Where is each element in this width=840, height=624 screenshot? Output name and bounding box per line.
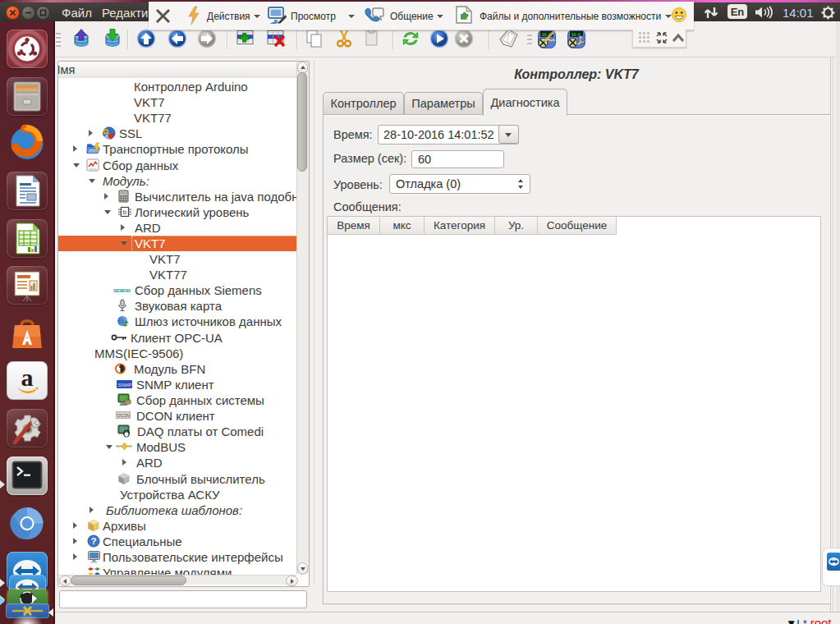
svg-text:b: b (123, 209, 127, 216)
svg-text:DCON: DCON (117, 413, 130, 418)
svg-text:a: a (21, 364, 34, 391)
svg-text:SIEMENS: SIEMENS (113, 288, 131, 293)
svg-text:?: ? (91, 536, 97, 546)
svg-text:SNMP: SNMP (118, 383, 132, 388)
